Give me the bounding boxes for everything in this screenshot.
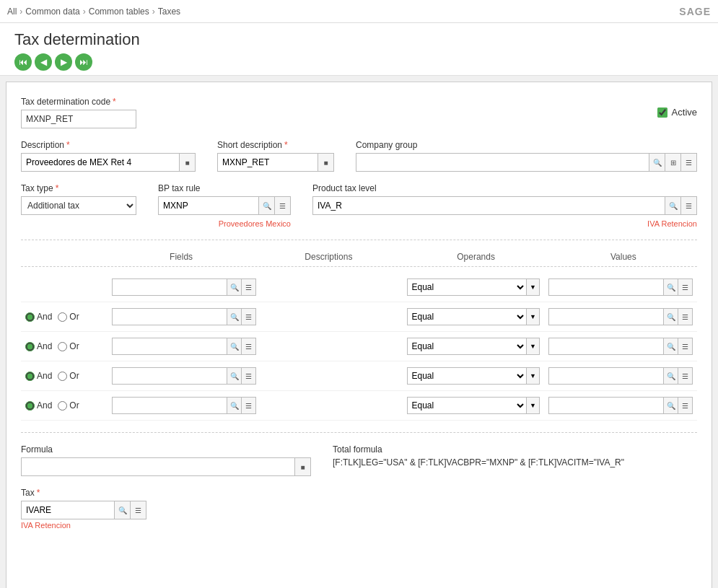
row3-value-input[interactable]: [548, 338, 664, 355]
row5-desc-input[interactable]: [265, 397, 398, 414]
row2-desc-input[interactable]: [265, 308, 398, 325]
top-bar: All › Common data › Common tables › Taxe…: [0, 0, 718, 23]
bp-tax-rule-input[interactable]: [158, 196, 259, 215]
tax-list-btn[interactable]: ☰: [131, 501, 146, 519]
bp-tax-rule-search-btn[interactable]: 🔍: [259, 196, 275, 215]
row2-field-input[interactable]: [112, 308, 227, 325]
row1-operand-select[interactable]: Equal Not equal Greater than Less than: [407, 278, 527, 296]
row5-value-search[interactable]: 🔍: [664, 397, 678, 414]
row5-operand-chevron[interactable]: ▼: [527, 397, 540, 414]
col-fields: Fields: [108, 252, 255, 262]
bp-tax-rule-list-btn[interactable]: ☰: [275, 196, 291, 215]
row5-operand-select[interactable]: EqualNot equal: [407, 397, 527, 414]
row3-field-search[interactable]: 🔍: [227, 338, 242, 355]
row4-value-search[interactable]: 🔍: [664, 367, 678, 385]
row2-field-list[interactable]: ☰: [242, 308, 256, 325]
row2-value-list[interactable]: ☰: [678, 308, 693, 325]
row2-value-input[interactable]: [548, 308, 664, 325]
row3-value-list[interactable]: ☰: [678, 338, 693, 355]
product-tax-level-input[interactable]: [312, 196, 665, 215]
row5-value-input[interactable]: [548, 397, 664, 414]
company-group-add-btn[interactable]: ⊞: [665, 153, 681, 172]
row5-or-label[interactable]: Or: [58, 400, 79, 411]
active-checkbox[interactable]: [657, 107, 667, 118]
row4-value-input[interactable]: [548, 367, 664, 385]
row2-operand-select[interactable]: EqualNot equal: [407, 308, 527, 325]
row3-field-list[interactable]: ☰: [242, 338, 256, 355]
row1-value-list[interactable]: ☰: [678, 278, 693, 296]
company-group-list-btn[interactable]: ☰: [681, 153, 697, 172]
row1-desc-input[interactable]: [265, 278, 398, 296]
formula-icon-btn[interactable]: ■: [295, 457, 311, 476]
grid-row: And Or 🔍 ☰ EqualNot equal ▼ 🔍 ☰: [21, 332, 697, 361]
row1-value-search[interactable]: 🔍: [664, 278, 678, 296]
tax-code-input[interactable]: [21, 110, 136, 128]
tax-type-select[interactable]: Additional tax: [21, 196, 136, 215]
row4-field-list[interactable]: ☰: [242, 367, 256, 385]
short-description-input[interactable]: [217, 153, 318, 172]
formula-input[interactable]: [21, 457, 295, 476]
nav-next-button[interactable]: ▶: [55, 53, 72, 71]
row5-field-list[interactable]: ☰: [242, 397, 256, 414]
row3-and-radio[interactable]: [25, 342, 35, 351]
tax-input[interactable]: [21, 501, 115, 519]
grid-row: And Or 🔍 ☰ EqualNot equal ▼ 🔍 ☰: [21, 391, 697, 421]
row1-field-list[interactable]: ☰: [242, 278, 256, 296]
row2-or-radio[interactable]: [58, 312, 67, 322]
row4-and-radio[interactable]: [25, 372, 35, 381]
row2-operand-chevron[interactable]: ▼: [527, 308, 540, 325]
row2-value-search[interactable]: 🔍: [664, 308, 678, 325]
page-header: Tax determination ⏮ ◀ ▶ ⏭: [0, 23, 718, 76]
nav-last-button[interactable]: ⏭: [75, 53, 92, 71]
row4-value-list[interactable]: ☰: [678, 367, 693, 385]
row2-and-radio[interactable]: [25, 312, 35, 322]
row3-operand-chevron[interactable]: ▼: [527, 338, 540, 355]
row3-operand-select[interactable]: EqualNot equal: [407, 338, 527, 355]
row1-operand-chevron[interactable]: ▼: [527, 278, 540, 296]
row5-field-input[interactable]: [112, 397, 227, 414]
company-group-search-btn[interactable]: 🔍: [649, 153, 665, 172]
row3-or-label[interactable]: Or: [58, 341, 79, 351]
row3-field-input[interactable]: [112, 338, 227, 355]
row4-field-input[interactable]: [112, 367, 227, 385]
breadcrumb-taxes[interactable]: Taxes: [158, 6, 180, 17]
row4-operand-chevron[interactable]: ▼: [527, 367, 540, 385]
nav-first-button[interactable]: ⏮: [14, 53, 32, 71]
row1-field-search[interactable]: 🔍: [227, 278, 242, 296]
row2-and-label[interactable]: And: [25, 312, 52, 322]
row4-and-label[interactable]: And: [25, 371, 52, 381]
breadcrumb-common-data[interactable]: Common data: [25, 6, 79, 17]
row2-or-label[interactable]: Or: [58, 312, 79, 322]
row4-or-label[interactable]: Or: [58, 371, 79, 381]
col-descriptions: Descriptions: [255, 252, 402, 262]
grid-row: And Or 🔍 ☰ EqualNot equal ▼ 🔍 ☰: [21, 302, 697, 332]
short-description-icon-btn[interactable]: ■: [318, 153, 334, 172]
row5-and-label[interactable]: And: [25, 400, 52, 411]
row4-desc-input[interactable]: [265, 367, 398, 385]
row5-value-list[interactable]: ☰: [678, 397, 693, 414]
row1-value-input[interactable]: [548, 278, 664, 296]
grid-row: 🔍 ☰ Equal Not equal Greater than Less th…: [21, 273, 697, 302]
breadcrumb-common-tables[interactable]: Common tables: [89, 6, 149, 17]
row3-or-radio[interactable]: [58, 342, 67, 351]
row3-value-search[interactable]: 🔍: [664, 338, 678, 355]
product-tax-level-search-btn[interactable]: 🔍: [665, 196, 681, 215]
description-input[interactable]: [21, 153, 180, 172]
row5-and-radio[interactable]: [25, 401, 35, 411]
company-group-input[interactable]: [356, 153, 649, 172]
nav-prev-button[interactable]: ◀: [35, 53, 52, 71]
row4-or-radio[interactable]: [58, 372, 67, 381]
row3-and-label[interactable]: And: [25, 341, 52, 351]
row2-field-search[interactable]: 🔍: [227, 308, 242, 325]
product-tax-level-list-btn[interactable]: ☰: [681, 196, 697, 215]
breadcrumb-all[interactable]: All: [7, 6, 17, 17]
row5-or-radio[interactable]: [58, 401, 67, 411]
description-icon-btn[interactable]: ■: [180, 153, 196, 172]
tax-search-btn[interactable]: 🔍: [115, 501, 131, 519]
row4-operand-select[interactable]: EqualNot equal: [407, 367, 527, 385]
row3-desc-input[interactable]: [265, 338, 398, 355]
row5-field-search[interactable]: 🔍: [227, 397, 242, 414]
col-operands: Operands: [403, 252, 550, 262]
row4-field-search[interactable]: 🔍: [227, 367, 242, 385]
row1-field-input[interactable]: [112, 278, 227, 296]
